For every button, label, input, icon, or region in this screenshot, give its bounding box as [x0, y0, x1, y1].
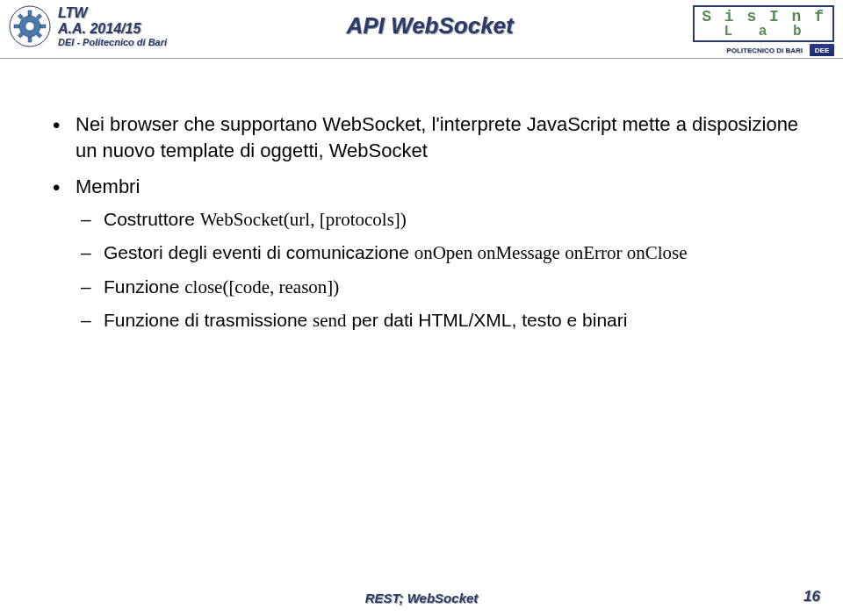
sub-prefix: Funzione di trasmissione — [104, 310, 313, 330]
svg-point-2 — [25, 22, 34, 31]
svg-rect-4 — [28, 37, 32, 42]
sub-suffix: per dati HTML/XML, testo e binari — [347, 310, 628, 330]
svg-rect-6 — [40, 25, 46, 28]
sub-prefix: Costruttore — [104, 209, 200, 229]
header-left: LTW A.A. 2014/15 DEI - Politecnico di Ba… — [9, 5, 167, 47]
footer-title: REST; WebSocket — [365, 591, 479, 605]
svg-rect-3 — [28, 11, 32, 16]
slide-header: LTW A.A. 2014/15 DEI - Politecnico di Ba… — [0, 0, 843, 59]
academic-year: A.A. 2014/15 — [58, 21, 167, 37]
sub-list: Costruttore WebSocket(url, [protocols]) … — [76, 207, 817, 333]
sub-item: Funzione close([code, reason]) — [76, 275, 817, 299]
bullet-item: Membri Costruttore WebSocket(url, [proto… — [53, 174, 817, 333]
institution-name: POLITECNICO DI BARI — [726, 47, 803, 54]
header-center: API WebSocket — [167, 5, 693, 39]
sub-item: Gestori degli eventi di comunicazione on… — [76, 240, 817, 265]
sub-item: Funzione di trasmissione send per dati H… — [76, 308, 817, 333]
header-left-text: LTW A.A. 2014/15 DEI - Politecnico di Ba… — [58, 5, 167, 47]
bullet-item: Nei browser che supportano WebSocket, l'… — [53, 111, 817, 163]
sub-prefix: Gestori degli eventi di comunicazione — [104, 242, 414, 262]
bullet-text: Membri — [76, 175, 140, 197]
department: DEI - Politecnico di Bari — [58, 37, 167, 47]
page-number: 16 — [803, 588, 820, 605]
course-code: LTW — [58, 5, 167, 21]
sub-prefix: Funzione — [104, 276, 184, 297]
header-right: S i s I n f L a b POLITECNICO DI BARI DE… — [693, 5, 834, 56]
lab-name-top: S i s I n f — [702, 9, 825, 25]
code-text: send — [313, 310, 347, 331]
code-text: onOpen onMessage onError onClose — [414, 242, 688, 263]
code-text: WebSocket(url, [protocols]) — [200, 209, 407, 230]
lab-logo: S i s I n f L a b — [693, 5, 834, 42]
slide-title: API WebSocket — [347, 12, 514, 39]
slide-content: Nei browser che supportano WebSocket, l'… — [0, 59, 843, 361]
institution-logo — [9, 5, 51, 47]
bullet-list: Nei browser che supportano WebSocket, l'… — [53, 111, 817, 333]
dee-badge: DEE — [810, 44, 834, 56]
header-right-sub: POLITECNICO DI BARI DEE — [726, 44, 834, 56]
svg-rect-5 — [14, 25, 19, 28]
code-text: close([code, reason]) — [184, 276, 339, 297]
lab-name-bottom: L a b — [702, 25, 825, 39]
sub-item: Costruttore WebSocket(url, [protocols]) — [76, 207, 817, 232]
bullet-text: Nei browser che supportano WebSocket, l'… — [76, 113, 798, 161]
slide-footer: REST; WebSocket 16 — [0, 591, 843, 605]
